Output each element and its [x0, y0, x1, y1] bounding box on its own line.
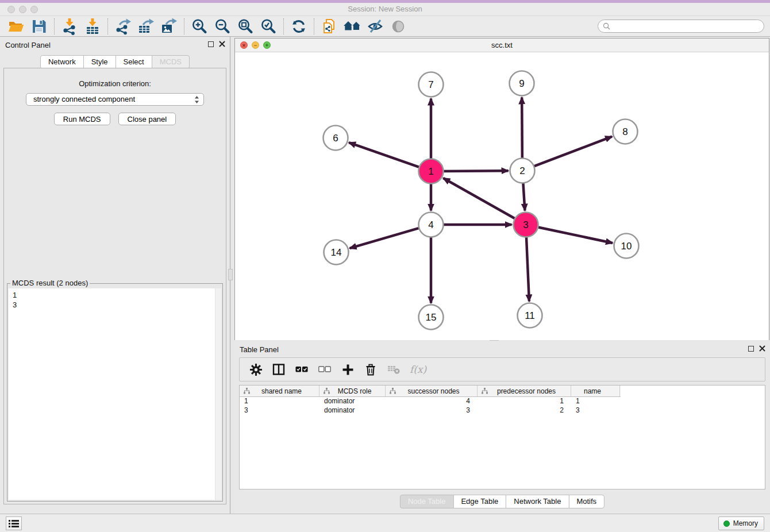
graph-node-label: 3: [523, 219, 528, 230]
graph-edge-2-8[interactable]: [533, 137, 612, 167]
open-session-icon[interactable]: [5, 17, 28, 36]
tab-node-table[interactable]: Node Table: [400, 495, 454, 508]
table-panel-title: Table Panel: [240, 345, 279, 354]
graph-node-3[interactable]: 3: [514, 213, 538, 237]
optimization-criterion-select[interactable]: strongly connected component: [26, 93, 204, 106]
graph-node-8[interactable]: 8: [613, 119, 638, 144]
node-table-header: shared nameMCDS rolesuccessor nodesprede…: [240, 385, 621, 397]
column-header-MCDS-role[interactable]: MCDS role: [319, 385, 386, 396]
column-header-name[interactable]: name: [571, 385, 620, 396]
graph-edge-1-2[interactable]: [442, 171, 508, 171]
tab-select[interactable]: Select: [116, 55, 152, 69]
tab-mcds[interactable]: MCDS: [152, 55, 190, 69]
memory-label: Memory: [733, 519, 758, 527]
mcds-result-box: MCDS result (2 nodes) 1 3: [7, 283, 223, 502]
zoom-window-button[interactable]: [30, 6, 38, 13]
zoom-fit-icon[interactable]: [234, 17, 257, 36]
graph-edge-1-6[interactable]: [349, 142, 420, 167]
tab-network-table[interactable]: Network Table: [506, 495, 569, 508]
toolbar-separator: [184, 18, 184, 34]
search-field[interactable]: [598, 20, 764, 33]
tab-network[interactable]: Network: [40, 55, 84, 69]
zoom-in-icon[interactable]: [188, 17, 211, 36]
graph-edge-3-10[interactable]: [537, 227, 613, 243]
network-close-button[interactable]: ×: [240, 41, 248, 49]
hide-graphics-details-icon[interactable]: [364, 17, 387, 36]
mcds-result-text[interactable]: 1 3: [9, 288, 221, 500]
graph-node-15[interactable]: 15: [419, 305, 444, 330]
unselect-all-icon[interactable]: [318, 361, 332, 377]
minimize-window-button[interactable]: [19, 6, 26, 13]
search-input[interactable]: [613, 22, 756, 30]
tab-edge-table[interactable]: Edge Table: [453, 495, 506, 508]
main-toolbar: [0, 16, 770, 37]
network-canvas[interactable]: 7968124314101511: [235, 53, 769, 340]
graph-node-1[interactable]: 1: [419, 159, 444, 184]
graph-edge-3-11[interactable]: [526, 236, 529, 301]
zoom-selected-icon[interactable]: [257, 17, 280, 36]
graph-edge-3-1[interactable]: [443, 178, 516, 219]
select-all-icon[interactable]: [295, 361, 309, 377]
column-header-predecessor-nodes[interactable]: predecessor nodes: [478, 385, 571, 396]
network-minimize-button[interactable]: −: [252, 41, 259, 49]
column-type-icon: [390, 388, 396, 394]
zoom-out-icon[interactable]: [211, 17, 234, 36]
save-session-icon[interactable]: [28, 17, 51, 36]
mcds-tab-content: Optimization criterion: strongly connect…: [3, 68, 226, 504]
toolbar-separator: [314, 18, 314, 34]
export-image-icon[interactable]: [157, 17, 180, 36]
node-table-body: 1dominator4113dominator323: [240, 397, 765, 415]
close-panel-icon[interactable]: [219, 41, 225, 47]
graph-node-10[interactable]: 10: [614, 234, 639, 259]
birds-eye-view-icon[interactable]: [387, 17, 410, 36]
graph-node-label: 7: [428, 79, 433, 90]
control-panel: Control Panel NetworkStyleSelectMCDS Opt…: [0, 37, 230, 514]
float-table-panel-icon[interactable]: [748, 346, 754, 352]
column-header-successor-nodes[interactable]: successor nodes: [386, 385, 478, 396]
tab-style[interactable]: Style: [83, 55, 116, 69]
panel-splitter-grip[interactable]: [228, 269, 233, 280]
export-network-icon[interactable]: [111, 17, 134, 36]
graph-node-4[interactable]: 4: [419, 213, 444, 237]
graph-node-11[interactable]: 11: [518, 303, 542, 328]
close-panel-button[interactable]: Close panel: [118, 113, 176, 125]
column-header-shared-name[interactable]: shared name: [240, 385, 319, 396]
graph-edge-2-3[interactable]: [523, 182, 525, 210]
import-table-icon[interactable]: [81, 17, 104, 36]
apply-layout-icon[interactable]: [287, 17, 310, 36]
show-panels-button[interactable]: [6, 516, 22, 530]
graph-node-14[interactable]: 14: [324, 240, 349, 265]
mcds-result-scrollbar[interactable]: [215, 288, 221, 500]
close-table-panel-icon[interactable]: [759, 345, 765, 352]
network-overview-icon[interactable]: [341, 17, 364, 36]
table-row[interactable]: 1dominator411: [240, 397, 765, 406]
show-columns-icon[interactable]: [272, 361, 286, 377]
close-window-button[interactable]: [7, 6, 15, 13]
graph-node-2[interactable]: 2: [510, 159, 535, 183]
toolbar-separator: [283, 18, 284, 34]
window-title: Session: New Session: [0, 3, 770, 16]
tab-motifs[interactable]: Motifs: [568, 495, 605, 508]
graph-node-7[interactable]: 7: [419, 72, 444, 97]
float-panel-icon[interactable]: [208, 41, 214, 47]
run-mcds-button[interactable]: Run MCDS: [54, 113, 110, 125]
graph-edge-2-9[interactable]: [522, 97, 522, 159]
graph-edge-4-14[interactable]: [350, 228, 421, 248]
graph-node-label: 15: [426, 312, 437, 323]
table-row[interactable]: 3dominator323: [240, 406, 765, 415]
add-column-icon[interactable]: [341, 361, 355, 377]
import-network-icon[interactable]: [58, 17, 81, 36]
memory-button[interactable]: Memory: [718, 516, 764, 530]
graph-node-6[interactable]: 6: [324, 126, 348, 151]
export-table-icon[interactable]: [134, 17, 157, 36]
application-window: Session: New Session: [0, 0, 770, 532]
table-settings-icon[interactable]: [249, 361, 263, 377]
clone-network-icon[interactable]: [318, 17, 341, 36]
network-window-titlebar[interactable]: × − + scc.txt: [235, 38, 769, 52]
select-stepper-icon: [194, 95, 199, 107]
node-table[interactable]: shared nameMCDS rolesuccessor nodesprede…: [239, 385, 765, 489]
network-maximize-button[interactable]: +: [263, 41, 271, 49]
delete-columns-icon[interactable]: [364, 361, 378, 377]
graph-node-9[interactable]: 9: [510, 71, 534, 96]
control-panel-tabs: NetworkStyleSelectMCDS: [0, 55, 230, 69]
